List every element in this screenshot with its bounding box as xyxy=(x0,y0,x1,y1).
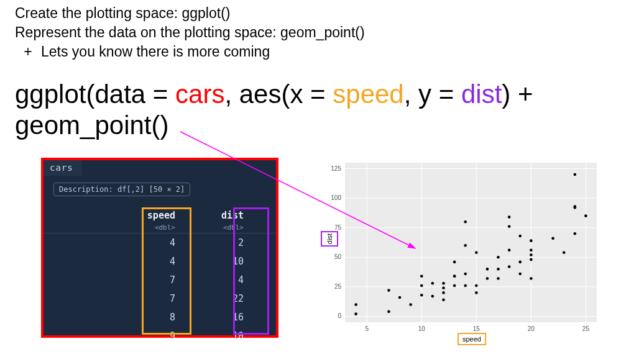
svg-text:125: 125 xyxy=(331,165,341,172)
svg-point-30 xyxy=(420,284,423,287)
svg-point-25 xyxy=(387,310,390,314)
grid-header: speed <dbl> dist <dbl> xyxy=(44,209,276,233)
svg-point-61 xyxy=(530,277,533,280)
table-row: 410 xyxy=(44,252,276,271)
svg-point-46 xyxy=(475,291,478,294)
table-row: 42 xyxy=(44,233,276,252)
cell-speed: 8 xyxy=(124,312,193,323)
svg-point-29 xyxy=(420,294,423,297)
svg-point-38 xyxy=(453,284,456,287)
svg-point-63 xyxy=(530,253,533,256)
svg-rect-0 xyxy=(345,163,597,322)
data-grid: speed <dbl> dist <dbl> 4241074722816910 xyxy=(44,209,276,345)
svg-point-36 xyxy=(442,286,445,289)
svg-point-28 xyxy=(409,303,412,306)
svg-point-31 xyxy=(420,274,423,278)
svg-point-70 xyxy=(573,205,576,208)
svg-point-50 xyxy=(486,268,489,271)
cell-dist: 4 xyxy=(193,274,261,286)
intro-line-2: Represent the data on the plotting space… xyxy=(15,23,365,42)
x-axis-label: speed xyxy=(458,333,486,345)
svg-text:100: 100 xyxy=(331,194,341,201)
svg-text:10: 10 xyxy=(418,325,426,332)
svg-point-55 xyxy=(508,249,511,252)
cell-dist: 2 xyxy=(193,237,261,248)
svg-point-37 xyxy=(442,282,445,285)
svg-point-60 xyxy=(518,235,522,238)
svg-text:25: 25 xyxy=(334,283,342,290)
table-description: Description: df[,2] [50 × 2] xyxy=(53,183,190,196)
svg-text:75: 75 xyxy=(334,224,342,231)
svg-text:50: 50 xyxy=(334,253,342,260)
col-type-dist: <dbl> xyxy=(223,224,244,232)
svg-text:25: 25 xyxy=(582,325,590,332)
cell-dist: 10 xyxy=(193,330,261,342)
svg-point-66 xyxy=(551,237,554,240)
col-head-speed: speed xyxy=(147,210,175,221)
data-table-panel: cars Description: df[,2] [50 × 2] speed … xyxy=(41,158,278,338)
svg-point-62 xyxy=(530,258,533,261)
plus-bullet: + xyxy=(15,42,41,61)
intro-line-3-text: Lets you know there is more coming xyxy=(41,42,270,61)
svg-point-35 xyxy=(442,291,445,294)
svg-point-56 xyxy=(508,225,511,229)
svg-point-52 xyxy=(497,268,500,271)
svg-point-41 xyxy=(453,261,456,264)
chart-svg: 5101520250255075100125 xyxy=(311,158,603,344)
intro-line-1: Create the plotting space: ggplot() xyxy=(15,4,365,23)
svg-point-68 xyxy=(573,232,576,235)
svg-text:0: 0 xyxy=(338,312,341,319)
svg-point-58 xyxy=(518,273,522,276)
svg-point-45 xyxy=(464,220,467,224)
table-row: 74 xyxy=(44,271,276,289)
code-seg: , aes(x = xyxy=(224,79,333,109)
svg-point-72 xyxy=(584,214,587,217)
svg-text:5: 5 xyxy=(365,325,369,332)
cell-speed: 7 xyxy=(124,293,193,304)
col-type-speed: <dbl> xyxy=(155,224,175,232)
cell-dist: 10 xyxy=(193,256,261,267)
svg-point-34 xyxy=(442,299,445,302)
code-seg: ) + xyxy=(502,79,533,109)
table-row: 816 xyxy=(44,308,276,327)
svg-text:15: 15 xyxy=(473,325,481,332)
cell-speed: 4 xyxy=(124,256,193,267)
intro-block: Create the plotting space: ggplot() Repr… xyxy=(15,4,365,61)
scatter-chart: 5101520250255075100125 xyxy=(311,158,603,344)
code-dist: dist xyxy=(461,79,502,109)
svg-point-47 xyxy=(475,284,478,287)
cell-speed: 4 xyxy=(124,237,193,248)
table-tab: cars xyxy=(44,160,82,176)
svg-point-33 xyxy=(431,282,435,285)
svg-point-43 xyxy=(464,273,467,276)
svg-point-71 xyxy=(573,173,576,176)
code-line-1: ggplot(data = cars, aes(x = speed, y = d… xyxy=(15,79,533,109)
code-seg: ggplot(data = xyxy=(15,79,175,109)
svg-point-32 xyxy=(431,295,435,298)
svg-point-54 xyxy=(508,265,511,268)
code-seg: , y = xyxy=(404,79,461,109)
code-line-2: geom_point() xyxy=(15,111,168,140)
code-speed: speed xyxy=(333,79,403,109)
svg-point-23 xyxy=(354,312,357,315)
cell-speed: 9 xyxy=(124,330,193,342)
code-geom-point: geom_point() xyxy=(15,111,168,140)
svg-point-40 xyxy=(453,274,456,278)
svg-point-49 xyxy=(486,277,489,280)
code-cars: cars xyxy=(175,79,224,109)
desc-label: Description: xyxy=(59,185,113,194)
svg-point-57 xyxy=(508,215,511,219)
svg-point-67 xyxy=(563,251,566,254)
svg-point-64 xyxy=(530,249,533,252)
table-row: 910 xyxy=(44,327,276,345)
svg-point-24 xyxy=(354,303,357,306)
cell-speed: 7 xyxy=(124,274,193,286)
svg-point-65 xyxy=(530,239,533,242)
cell-dist: 22 xyxy=(193,293,261,304)
svg-point-42 xyxy=(464,284,467,287)
table-row: 722 xyxy=(44,289,276,308)
svg-point-59 xyxy=(518,261,522,264)
svg-point-44 xyxy=(464,244,467,247)
svg-point-53 xyxy=(497,256,500,259)
y-axis-label: dist xyxy=(321,231,338,247)
